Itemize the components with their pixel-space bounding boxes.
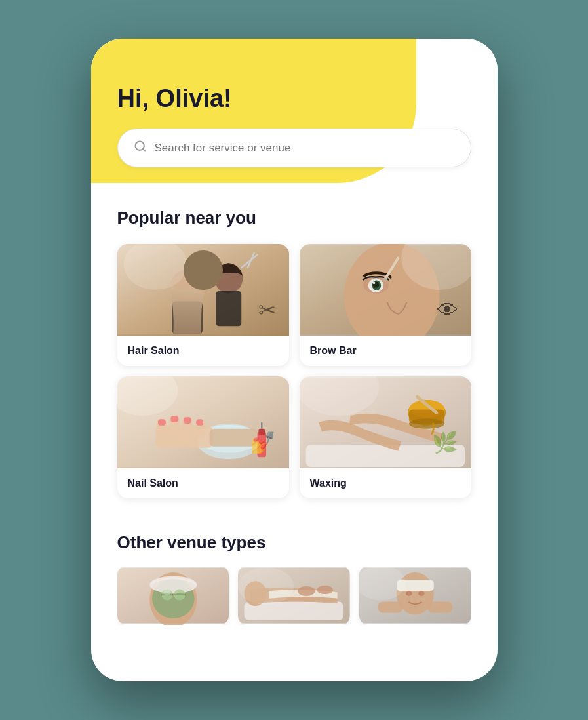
card-massage[interactable] [238, 566, 350, 625]
search-icon [134, 140, 147, 156]
card-hair-salon[interactable]: Hair Salon [117, 244, 289, 366]
card-waxing[interactable]: Waxing [300, 376, 471, 498]
svg-rect-28 [158, 419, 166, 426]
svg-rect-63 [378, 601, 402, 612]
svg-point-18 [383, 278, 387, 282]
svg-point-62 [418, 591, 424, 596]
svg-rect-33 [257, 432, 266, 458]
svg-rect-29 [170, 416, 178, 422]
card-label-hair-salon: Hair Salon [117, 336, 289, 366]
phone-frame: Hi, Olivia! Popular near you [91, 39, 498, 681]
search-bar[interactable] [117, 129, 471, 167]
svg-point-42 [408, 418, 444, 429]
svg-point-57 [238, 567, 294, 605]
svg-point-55 [298, 586, 315, 596]
card-image-brow-bar [300, 244, 471, 336]
search-input[interactable] [155, 142, 455, 155]
other-section-title: Other venue types [117, 532, 471, 553]
svg-rect-31 [196, 419, 203, 426]
svg-point-61 [406, 591, 412, 596]
svg-point-48 [149, 576, 197, 594]
other-section: Other venue types [91, 522, 498, 638]
card-spa[interactable] [117, 566, 229, 625]
svg-point-51 [163, 590, 170, 595]
card-image-nail-salon [117, 376, 289, 468]
svg-point-50 [174, 590, 185, 601]
card-brow-bar[interactable]: Brow Bar [300, 244, 471, 366]
svg-rect-6 [216, 291, 241, 326]
svg-line-1 [142, 149, 145, 151]
card-label-nail-salon: Nail Salon [117, 468, 289, 498]
header-section: Hi, Olivia! [91, 39, 498, 187]
card-label-waxing: Waxing [300, 468, 471, 498]
card-image-hair-salon [117, 244, 289, 336]
card-fitness[interactable] [359, 566, 471, 625]
popular-cards-grid: Hair Salon [117, 244, 471, 498]
card-image-spa [117, 566, 229, 625]
svg-rect-38 [305, 445, 465, 467]
card-nail-salon[interactable]: Nail Salon [117, 376, 289, 498]
svg-rect-34 [258, 429, 265, 435]
popular-section-title: Popular near you [117, 208, 471, 228]
svg-rect-64 [427, 601, 452, 612]
popular-section: Popular near you [91, 187, 498, 522]
svg-point-56 [317, 586, 334, 594]
card-label-brow-bar: Brow Bar [300, 336, 471, 366]
card-image-waxing [300, 376, 471, 468]
greeting-text: Hi, Olivia! [117, 78, 471, 113]
svg-point-16 [372, 281, 375, 284]
card-image-massage [238, 566, 350, 625]
card-image-fitness [359, 566, 471, 625]
svg-rect-32 [209, 429, 257, 447]
svg-rect-30 [183, 417, 191, 424]
other-cards-row [117, 566, 471, 625]
